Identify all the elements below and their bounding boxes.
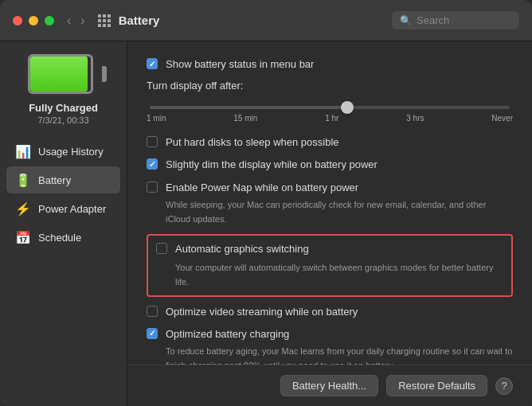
- tick-never: Never: [491, 114, 513, 123]
- nav-buttons: ‹ ›: [64, 12, 88, 29]
- search-icon: 🔍: [400, 15, 412, 26]
- sidebar-item-label-power: Power Adapter: [38, 203, 106, 215]
- optimize-video-label: Optimize video streaming while on batter…: [166, 305, 358, 319]
- minimize-button[interactable]: [29, 16, 38, 25]
- power-nap-label: Enable Power Nap while on battery power: [166, 181, 358, 195]
- window: ‹ › Battery 🔍 Fully Charged 7/3/21, 00:: [0, 0, 532, 406]
- tick-1min: 1 min: [147, 114, 166, 123]
- tick-1hr: 1 hr: [325, 114, 338, 123]
- dim-display-row: Slightly dim the display while on batter…: [147, 158, 513, 172]
- apps-grid-icon[interactable]: [98, 14, 111, 27]
- sidebar-item-battery[interactable]: 🔋 Battery: [6, 166, 120, 193]
- titlebar: ‹ › Battery 🔍: [0, 0, 532, 41]
- battery-status-label: Fully Charged: [29, 102, 98, 114]
- restore-defaults-button[interactable]: Restore Defaults: [386, 375, 487, 396]
- help-button[interactable]: ?: [495, 377, 513, 395]
- display-off-label: Turn display off after:: [147, 80, 513, 92]
- auto-graphics-checkbox[interactable]: [156, 243, 167, 254]
- slider-ticks: 1 min 15 min 1 hr 3 hrs Never: [147, 114, 513, 123]
- bottom-bar: Battery Health... Restore Defaults ?: [127, 365, 532, 406]
- optimized-charging-checkbox[interactable]: [147, 328, 158, 339]
- optimized-charging-row: Optimized battery charging To reduce bat…: [147, 327, 513, 365]
- auto-graphics-description: Your computer will automatically switch …: [175, 263, 493, 287]
- main-content: Fully Charged 7/3/21, 00:33 📊 Usage Hist…: [0, 41, 532, 406]
- back-button[interactable]: ‹: [64, 12, 74, 29]
- sidebar-item-usage-history[interactable]: 📊 Usage History: [6, 138, 120, 165]
- battery-icon-visual: [28, 54, 100, 94]
- power-nap-description: While sleeping, your Mac can periodicall…: [166, 200, 486, 224]
- optimize-video-checkbox[interactable]: [147, 306, 158, 317]
- search-bar[interactable]: 🔍: [392, 11, 519, 29]
- hard-disk-label: Put hard disks to sleep when possible: [166, 135, 339, 150]
- battery-nav-icon: 🔋: [14, 171, 32, 189]
- search-input[interactable]: [417, 14, 512, 26]
- forward-button[interactable]: ›: [77, 12, 88, 29]
- dim-display-checkbox[interactable]: [147, 158, 158, 170]
- hard-disk-checkbox[interactable]: [147, 136, 158, 147]
- optimized-charging-label: Optimized battery charging: [166, 327, 289, 342]
- hard-disk-sleep-row: Put hard disks to sleep when possible: [147, 135, 513, 150]
- sidebar-item-schedule[interactable]: 📅 Schedule: [6, 224, 120, 251]
- battery-date-label: 7/3/21, 00:33: [37, 115, 88, 125]
- power-nap-row: Enable Power Nap while on battery power …: [147, 181, 513, 226]
- display-off-slider[interactable]: [150, 106, 510, 109]
- auto-graphics-label: Automatic graphics switching: [175, 242, 309, 256]
- power-nap-checkbox[interactable]: [147, 182, 158, 193]
- settings-panel: Show battery status in menu bar Turn dis…: [127, 41, 532, 365]
- sidebar-item-power-adapter[interactable]: ⚡ Power Adapter: [6, 195, 120, 222]
- schedule-icon: 📅: [14, 228, 32, 246]
- maximize-button[interactable]: [45, 16, 54, 25]
- tick-3hrs: 3 hrs: [406, 114, 424, 123]
- sidebar-nav: 📊 Usage History 🔋 Battery ⚡ Power Adapte…: [0, 138, 127, 252]
- sidebar-item-label-battery: Battery: [38, 174, 71, 186]
- show-battery-checkbox[interactable]: [147, 58, 158, 69]
- show-battery-label: Show battery status in menu bar: [166, 57, 314, 72]
- tick-15min: 15 min: [233, 114, 257, 123]
- usage-history-icon: 📊: [14, 142, 32, 160]
- close-button[interactable]: [13, 16, 22, 25]
- optimized-charging-description: To reduce battery aging, your Mac learns…: [166, 346, 512, 365]
- sidebar-item-label-schedule: Schedule: [38, 232, 81, 244]
- optimize-video-row: Optimize video streaming while on batter…: [147, 305, 513, 319]
- display-off-section: Turn display off after: 1 min 15 min 1 h…: [147, 80, 513, 123]
- page-title: Battery: [119, 14, 392, 27]
- sidebar-item-label-usage: Usage History: [38, 146, 104, 158]
- traffic-lights: [13, 16, 54, 25]
- show-battery-row: Show battery status in menu bar: [147, 57, 513, 72]
- battery-health-button[interactable]: Battery Health...: [280, 375, 378, 396]
- dim-display-label: Slightly dim the display while on batter…: [166, 158, 377, 172]
- auto-graphics-section: Automatic graphics switching Your comput…: [147, 234, 513, 297]
- sidebar: Fully Charged 7/3/21, 00:33 📊 Usage Hist…: [0, 41, 127, 406]
- power-adapter-icon: ⚡: [14, 200, 32, 217]
